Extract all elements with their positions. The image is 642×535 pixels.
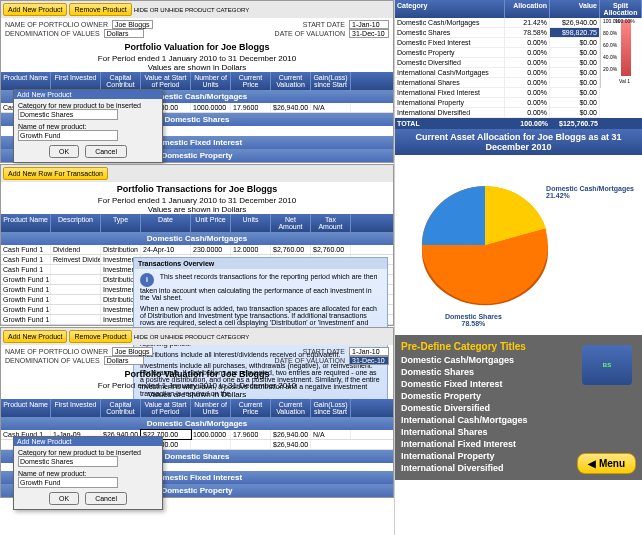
- alloc-row[interactable]: Domestic Cash/Mortgages21.42%$26,940.00: [395, 18, 600, 28]
- add-row-button[interactable]: Add New Row For Transaction: [3, 167, 108, 180]
- start-label: START DATE: [303, 21, 345, 28]
- alloc-row[interactable]: International Diversified0.00%$0.00: [395, 108, 600, 118]
- split-chart: 100.0% 80.0% 60.0% 40.0% 20.0% 100.00% V…: [600, 18, 642, 88]
- dialog-ok-button[interactable]: OK: [49, 145, 79, 158]
- pie-label-2: Domestic Shares: [445, 313, 502, 320]
- alloc-row[interactable]: International Fixed Interest0.00%$0.00: [395, 88, 600, 98]
- info-icon: i: [140, 273, 154, 287]
- valdate-label: DATE OF VALUATION: [275, 30, 345, 37]
- predef-item[interactable]: Domestic Diversified: [401, 402, 636, 414]
- dialog-cat-label: Category for new product to be inserted: [18, 102, 158, 109]
- owner-label: NAME OF PORTFOLIO OWNER: [5, 21, 108, 28]
- add-product-dialog-3: Add New Product Category for new product…: [13, 436, 163, 510]
- dialog-cancel-button[interactable]: Cancel: [85, 145, 127, 158]
- predefine-panel: Pre-Define Category Titles Domestic Cash…: [395, 335, 642, 480]
- cat-dcm-2: Domestic Cash/Mortgages: [1, 232, 393, 245]
- dialog-name-input-3[interactable]: [18, 477, 118, 488]
- info-title: Transactions Overview: [134, 258, 387, 269]
- alloc-row[interactable]: International Property0.00%$0.00: [395, 98, 600, 108]
- pie-value-2: 78.58%: [445, 320, 502, 327]
- allocation-table: Category Allocation Value Split Allocati…: [395, 0, 642, 129]
- info-p1: This sheet records transactions for the …: [140, 273, 377, 301]
- predef-item[interactable]: International Cash/Mortgages: [401, 414, 636, 426]
- panel1-sub1: For Period ended 1 January 2010 to 31 De…: [1, 54, 393, 63]
- table-row[interactable]: Cash Fund 1DividendDistribution24-Apr-10…: [1, 245, 393, 255]
- remove-product-button[interactable]: Remove Product: [69, 3, 131, 16]
- logo: BS: [582, 345, 632, 385]
- panel3-title: Portfolio Valuation for Joe Bloggs: [1, 367, 393, 381]
- hide-category-label: HIDE OR UNHIDE PRODUCT CATEGORY: [134, 7, 250, 13]
- tx-header: Product Name Description Type Date Unit …: [1, 214, 393, 232]
- alloc-row[interactable]: Domestic Diversified0.00%$0.00: [395, 58, 600, 68]
- alloc-row[interactable]: Domestic Shares78.58%$98,820.75: [395, 28, 600, 38]
- panel2-sub2: Values are shown in Dollars: [1, 205, 393, 214]
- denom-value[interactable]: Dollars: [104, 29, 144, 38]
- toolbar-1: Add New Product Remove Product HIDE OR U…: [1, 1, 393, 18]
- predef-item[interactable]: Domestic Property: [401, 390, 636, 402]
- alloc-row[interactable]: Domestic Fixed Interest0.00%$0.00: [395, 38, 600, 48]
- predef-item[interactable]: International Fixed Interest: [401, 438, 636, 450]
- dialog-cat-input-3[interactable]: [18, 456, 118, 467]
- add-product-button-3[interactable]: Add New Product: [3, 330, 67, 343]
- dialog-name-label: Name of new product:: [18, 123, 158, 130]
- toolbar-3: Add New Product Remove Product HIDE OR U…: [1, 328, 393, 345]
- dialog-title: Add New Product: [14, 90, 162, 99]
- panel1-title: Portfolio Valuation for Joe Bloggs: [1, 40, 393, 54]
- dialog-name-input[interactable]: [18, 130, 118, 141]
- hide-category-label-3: HIDE OR UNHIDE PRODUCT CATEGORY: [134, 334, 250, 340]
- panel1-sub2: Values are shown in Dollars: [1, 63, 393, 72]
- denom-label: DENOMINATION OF VALUES: [5, 30, 100, 37]
- remove-product-button-3[interactable]: Remove Product: [69, 330, 131, 343]
- pie-label-1: Domestic Cash/Mortgages: [546, 185, 634, 192]
- panel2-title: Portfolio Transactions for Joe Bloggs: [1, 182, 393, 196]
- dialog-cat-input[interactable]: [18, 109, 118, 120]
- pie-chart: Domestic Cash/Mortgages 21.42% Domestic …: [395, 155, 642, 335]
- toolbar-2: Add New Row For Transaction: [1, 165, 393, 182]
- menu-button[interactable]: ◀ Menu: [577, 453, 636, 474]
- add-product-dialog: Add New Product Category for new product…: [13, 89, 163, 163]
- chart-header: Current Asset Allocation for Joe Bloggs …: [395, 129, 642, 155]
- alloc-row[interactable]: Domestic Property0.00%$0.00: [395, 48, 600, 58]
- alloc-row[interactable]: International Shares0.00%$0.00: [395, 78, 600, 88]
- alloc-row[interactable]: International Cash/Mortgages0.00%$0.00: [395, 68, 600, 78]
- start-value[interactable]: 1-Jan-10: [349, 20, 389, 29]
- valdate-value[interactable]: 31-Dec-10: [349, 29, 389, 38]
- add-product-button[interactable]: Add New Product: [3, 3, 67, 16]
- pie-value-1: 21.42%: [546, 192, 634, 199]
- chart-bar: [621, 20, 631, 76]
- dialog-cancel-button-3[interactable]: Cancel: [85, 492, 127, 505]
- val-header: Product Name First Invested Capital Cont…: [1, 72, 393, 90]
- dialog-ok-button-3[interactable]: OK: [49, 492, 79, 505]
- owner-value[interactable]: Joe Bloggs: [112, 20, 153, 29]
- panel2-sub1: For Period ended 1 January 2010 to 31 De…: [1, 196, 393, 205]
- predef-item[interactable]: International Shares: [401, 426, 636, 438]
